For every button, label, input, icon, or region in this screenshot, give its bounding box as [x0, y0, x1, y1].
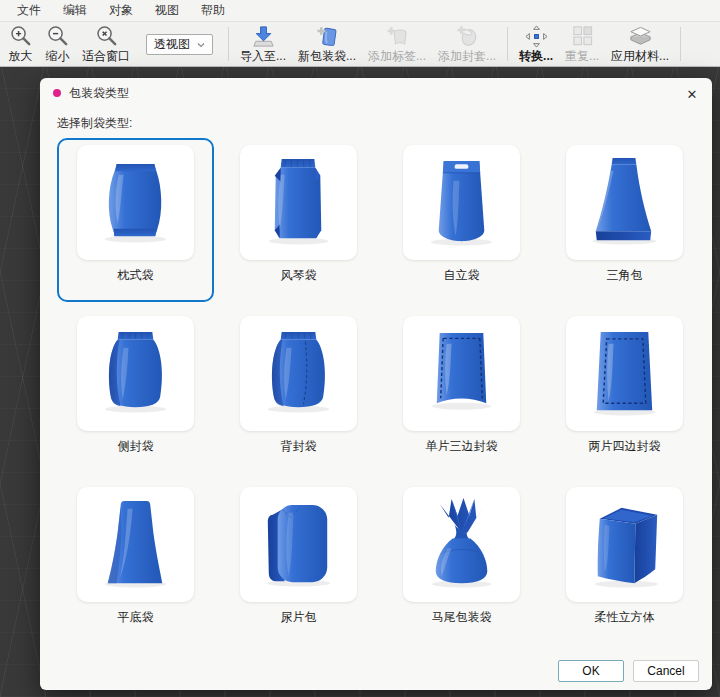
side-seal-bag-image [84, 322, 187, 425]
ponytail-bag-image [410, 493, 513, 596]
menubar: 文件 编辑 对象 视图 帮助 [0, 0, 720, 22]
tile-triangle-pack[interactable]: 三角包 [546, 138, 703, 302]
bag-type-dialog: 包装袋类型 ✕ 选择制袋类型: 枕式袋 [40, 78, 712, 690]
app-dialog-icon [53, 89, 61, 97]
tile-label: 自立袋 [444, 268, 480, 282]
zoom-out-label: 缩小 [46, 50, 70, 63]
tile-label: 背封袋 [281, 439, 317, 453]
tile-card [566, 316, 683, 431]
tile-card [566, 145, 683, 260]
tile-card [77, 316, 194, 431]
tile-label: 风琴袋 [281, 268, 317, 282]
tile-back-seal-bag[interactable]: 背封袋 [220, 309, 377, 473]
fit-window-label: 适合窗口 [82, 50, 130, 63]
back-seal-bag-image [247, 322, 350, 425]
fit-window-icon [94, 24, 119, 49]
tile-card [240, 487, 357, 602]
menu-view[interactable]: 视图 [144, 0, 190, 21]
convert-button[interactable]: 转换... [513, 22, 559, 66]
standup-pouch-image [410, 151, 513, 254]
tile-standup-pouch[interactable]: 自立袋 [383, 138, 540, 302]
pillow-bag-image [84, 151, 187, 254]
toolbar-separator [507, 27, 508, 61]
zoom-in-icon [8, 24, 33, 49]
tile-label: 两片四边封袋 [589, 439, 661, 453]
toolbar-separator [228, 27, 229, 61]
menu-help[interactable]: 帮助 [190, 0, 236, 21]
import-to-label: 导入至... [240, 50, 286, 63]
tile-card [77, 145, 194, 260]
tile-four-side-seal[interactable]: 两片四边封袋 [546, 309, 703, 473]
zoom-out-icon [45, 24, 70, 49]
four-side-seal-image [573, 322, 676, 425]
apply-material-label: 应用材料... [611, 50, 669, 63]
add-label-label: 添加标签... [368, 50, 426, 63]
tile-card [240, 145, 357, 260]
apply-material-button[interactable]: 应用材料... [605, 22, 675, 66]
flexible-cube-image [573, 493, 676, 596]
tile-label: 单片三边封袋 [426, 439, 498, 453]
tile-label: 尿片包 [281, 610, 317, 624]
apply-material-icon [628, 24, 653, 49]
tile-side-seal-bag[interactable]: 侧封袋 [57, 309, 214, 473]
three-side-seal-image [410, 322, 513, 425]
toolbar: 放大 缩小 适合窗口 透视图 导入至... 新包装袋... 添加标签... 添加… [0, 22, 720, 67]
tile-flexible-cube[interactable]: 柔性立方体 [546, 480, 703, 644]
tile-flat-bottom-bag[interactable]: 平底袋 [57, 480, 214, 644]
diaper-pack-image [247, 493, 350, 596]
tile-card [403, 316, 520, 431]
repeat-grid-icon [570, 24, 595, 49]
toolbar-separator [680, 27, 681, 61]
close-icon[interactable]: ✕ [681, 84, 703, 104]
convert-move-icon [524, 24, 549, 49]
add-sleeve-icon [455, 24, 480, 49]
dialog-subtitle: 选择制袋类型: [57, 115, 132, 132]
repeat-label: 重复... [565, 50, 599, 63]
fit-window-button[interactable]: 适合窗口 [76, 22, 136, 66]
flat-bottom-bag-image [84, 493, 187, 596]
add-sleeve-button: 添加封套... [432, 22, 502, 66]
new-bag-button[interactable]: 新包装袋... [292, 22, 362, 66]
tile-card [566, 487, 683, 602]
dialog-titlebar: 包装袋类型 [40, 78, 712, 108]
cancel-button[interactable]: Cancel [633, 660, 699, 682]
view-mode-value: 透视图 [154, 36, 190, 53]
zoom-in-label: 放大 [9, 50, 33, 63]
menu-edit[interactable]: 编辑 [52, 0, 98, 21]
tile-pillow-bag[interactable]: 枕式袋 [57, 138, 214, 302]
tile-label: 平底袋 [118, 610, 154, 624]
chevron-down-icon [197, 37, 205, 51]
view-mode-dropdown[interactable]: 透视图 [146, 34, 213, 55]
tile-card [77, 487, 194, 602]
add-label-icon [385, 24, 410, 49]
triangle-pack-image [573, 151, 676, 254]
new-bag-label: 新包装袋... [298, 50, 356, 63]
dialog-title: 包装袋类型 [69, 85, 129, 102]
menu-file[interactable]: 文件 [6, 0, 52, 21]
tile-ponytail-bag[interactable]: 马尾包装袋 [383, 480, 540, 644]
tile-label: 枕式袋 [118, 268, 154, 282]
tile-label: 柔性立方体 [595, 610, 655, 624]
bag-type-grid: 枕式袋 风琴袋 [57, 138, 703, 644]
repeat-button: 重复... [559, 22, 605, 66]
add-label-button: 添加标签... [362, 22, 432, 66]
tile-label: 马尾包装袋 [432, 610, 492, 624]
tile-label: 侧封袋 [118, 439, 154, 453]
new-bag-icon [315, 24, 340, 49]
tile-diaper-pack[interactable]: 尿片包 [220, 480, 377, 644]
tile-card [403, 145, 520, 260]
tile-label: 三角包 [607, 268, 643, 282]
import-to-button[interactable]: 导入至... [234, 22, 292, 66]
dialog-footer: OK Cancel [558, 660, 699, 682]
ok-button[interactable]: OK [558, 660, 624, 682]
tile-three-side-seal[interactable]: 单片三边封袋 [383, 309, 540, 473]
tile-accordion-bag[interactable]: 风琴袋 [220, 138, 377, 302]
convert-label: 转换... [519, 50, 553, 63]
tile-card [403, 487, 520, 602]
add-sleeve-label: 添加封套... [438, 50, 496, 63]
zoom-out-button[interactable]: 缩小 [39, 22, 76, 66]
import-icon [251, 24, 276, 49]
accordion-bag-image [247, 151, 350, 254]
menu-object[interactable]: 对象 [98, 0, 144, 21]
zoom-in-button[interactable]: 放大 [2, 22, 39, 66]
